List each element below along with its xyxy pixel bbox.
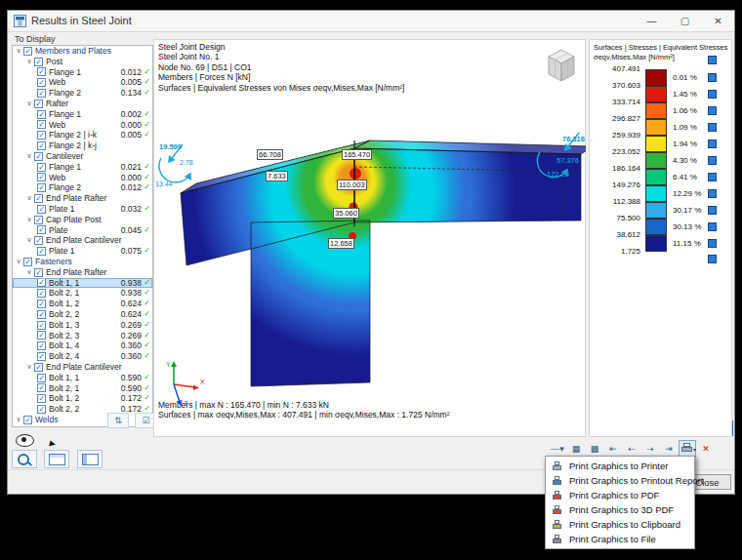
checkbox[interactable]: ✓ bbox=[34, 236, 43, 245]
menu-item[interactable]: Print Graphics to Clipboard bbox=[546, 517, 694, 532]
checkbox[interactable]: ✓ bbox=[37, 183, 46, 192]
tree-leaf-row[interactable]: ✓Plate0.045✓ bbox=[13, 225, 152, 236]
tree-leaf-row[interactable]: ✓Bolt 1, 10.938✓ bbox=[13, 278, 152, 289]
legend-filter-square[interactable] bbox=[708, 106, 717, 115]
legend-filter-square[interactable] bbox=[708, 56, 717, 64]
checkbox[interactable]: ✓ bbox=[37, 141, 46, 150]
checkbox[interactable]: ✓ bbox=[34, 363, 43, 372]
tree-leaf-row[interactable]: ✓Flange 10.012✓ bbox=[13, 67, 152, 78]
tree-group-row[interactable]: ∨✓Cantilever bbox=[13, 151, 152, 162]
legend-filter-square[interactable] bbox=[708, 206, 717, 215]
tree-leaf-row[interactable]: ✓Bolt 2, 40.360✓ bbox=[13, 351, 152, 362]
tree-group-row[interactable]: ∨✓End Plate Rafter bbox=[13, 193, 152, 204]
checkbox[interactable]: ✓ bbox=[37, 67, 46, 76]
checkbox[interactable]: ✓ bbox=[37, 225, 46, 234]
tree-leaf-row[interactable]: ✓Bolt 1, 40.360✓ bbox=[13, 340, 152, 351]
tree-leaf-row[interactable]: ✓Flange 10.002✓ bbox=[13, 109, 152, 120]
checkbox[interactable]: ✓ bbox=[37, 352, 46, 361]
checkbox[interactable]: ✓ bbox=[34, 268, 43, 277]
chevron-down-icon[interactable]: ∨ bbox=[25, 57, 33, 67]
chevron-down-icon[interactable]: ∨ bbox=[25, 215, 33, 225]
checkbox[interactable]: ✓ bbox=[37, 341, 46, 350]
checkbox[interactable]: ✓ bbox=[37, 278, 46, 287]
checkbox[interactable]: ✓ bbox=[37, 89, 46, 98]
checkbox[interactable]: ✓ bbox=[37, 300, 46, 308]
tree-leaf-row[interactable]: ✓Flange 2 | k-j bbox=[13, 140, 152, 151]
tree-leaf-row[interactable]: ✓Web0.000✓ bbox=[13, 173, 152, 183]
tree-group-row[interactable]: ∨✓Rafter bbox=[13, 99, 152, 109]
tree-leaf-row[interactable]: ✓Flange 20.134✓ bbox=[13, 88, 152, 99]
checkbox[interactable]: ✓ bbox=[37, 374, 46, 382]
checkbox[interactable]: ✓ bbox=[34, 152, 43, 161]
checkbox[interactable]: ✓ bbox=[37, 131, 46, 140]
tree-group-row[interactable]: ∨✓Members and Plates bbox=[13, 46, 152, 57]
chevron-down-icon[interactable]: ∨ bbox=[25, 235, 33, 246]
legend-filter-square[interactable] bbox=[708, 222, 717, 231]
checkbox[interactable]: ✓ bbox=[37, 331, 46, 340]
select-pointer-icon[interactable]: ► bbox=[47, 437, 59, 450]
checkbox[interactable]: ✓ bbox=[37, 310, 46, 319]
checkbox[interactable]: ✓ bbox=[37, 247, 46, 256]
checkbox[interactable]: ✓ bbox=[34, 100, 43, 108]
tree-leaf-row[interactable]: ✓Bolt 2, 20.624✓ bbox=[13, 309, 152, 320]
tree-group-row[interactable]: ∨✓Post bbox=[13, 57, 152, 67]
tree-leaf-row[interactable]: ✓Bolt 2, 30.269✓ bbox=[13, 331, 152, 341]
tree-group-row[interactable]: ∨✓Fasteners bbox=[13, 257, 152, 267]
zoom-in-button[interactable] bbox=[12, 450, 37, 468]
checkbox[interactable]: ✓ bbox=[37, 163, 46, 172]
visibility-eye-icon[interactable] bbox=[16, 434, 34, 447]
chevron-down-icon[interactable]: ∨ bbox=[25, 267, 33, 278]
menu-item[interactable]: Print Graphics to 3D PDF bbox=[546, 502, 694, 517]
checkbox[interactable]: ✓ bbox=[23, 47, 32, 56]
minimize-button[interactable]: — bbox=[636, 11, 668, 31]
checkbox[interactable]: ✓ bbox=[34, 194, 43, 203]
checkbox[interactable]: ✓ bbox=[37, 173, 46, 181]
display-tree[interactable]: ∨✓Members and Plates∨✓Post✓Flange 10.012… bbox=[12, 45, 153, 427]
menu-item[interactable]: Print Graphics to PDF bbox=[546, 488, 694, 502]
checkbox[interactable]: ✓ bbox=[23, 258, 32, 266]
checkbox[interactable]: ✓ bbox=[34, 216, 43, 224]
tree-leaf-row[interactable]: ✓Bolt 2, 10.590✓ bbox=[13, 383, 152, 394]
legend-filter-square[interactable] bbox=[708, 140, 717, 148]
chevron-down-icon[interactable]: ∨ bbox=[25, 151, 33, 162]
checkbox[interactable]: ✓ bbox=[37, 205, 46, 214]
tree-group-row[interactable]: ∨✓End Plate Rafter bbox=[13, 267, 152, 278]
tree-leaf-row[interactable]: ✓Bolt 1, 20.172✓ bbox=[13, 393, 152, 404]
tree-group-row[interactable]: ∨✓End Plate Cantilever bbox=[13, 235, 152, 246]
checkbox[interactable]: ✓ bbox=[34, 58, 43, 66]
chevron-down-icon[interactable]: ∨ bbox=[25, 193, 33, 204]
legend-filter-square[interactable] bbox=[708, 189, 717, 198]
chevron-down-icon[interactable]: ∨ bbox=[25, 99, 33, 109]
panels-button[interactable] bbox=[77, 450, 103, 468]
checkbox[interactable]: ✓ bbox=[37, 394, 46, 403]
tree-leaf-row[interactable]: ✓Flange 20.012✓ bbox=[13, 182, 152, 193]
legend-filter-square[interactable] bbox=[708, 73, 717, 82]
checkbox[interactable]: ✓ bbox=[37, 289, 46, 298]
result-tables-button[interactable] bbox=[44, 450, 69, 468]
chevron-down-icon[interactable]: ∨ bbox=[15, 46, 22, 57]
tree-leaf-row[interactable]: ✓Bolt 1, 10.590✓ bbox=[13, 373, 152, 383]
tree-leaf-row[interactable]: ✓Plate 10.032✓ bbox=[13, 204, 152, 215]
tree-group-row[interactable]: ∨✓Cap Plate Post bbox=[13, 215, 152, 225]
legend-filter-square[interactable] bbox=[708, 255, 717, 263]
tree-group-row[interactable]: ∨✓End Plate Cantilever bbox=[13, 362, 152, 373]
tree-leaf-row[interactable]: ✓Web0.000✓ bbox=[13, 120, 152, 131]
checkbox[interactable]: ✓ bbox=[23, 416, 32, 424]
tree-leaf-row[interactable]: ✓Bolt 1, 20.624✓ bbox=[13, 299, 152, 309]
expand-collapse-button[interactable]: ⇅ bbox=[107, 413, 129, 428]
cancel-results-button[interactable]: ✕ bbox=[697, 440, 715, 458]
menu-item[interactable]: Print Graphics to Printer bbox=[546, 459, 694, 473]
checkbox[interactable]: ✓ bbox=[37, 78, 46, 87]
tree-leaf-row[interactable]: ✓Web0.005✓ bbox=[13, 77, 152, 88]
checkbox[interactable]: ✓ bbox=[37, 405, 46, 414]
legend-filter-square[interactable] bbox=[708, 156, 717, 165]
chevron-down-icon[interactable]: ∨ bbox=[15, 415, 22, 425]
chevron-down-icon[interactable]: ∨ bbox=[15, 257, 22, 267]
tree-leaf-row[interactable]: ✓Flange 10.021✓ bbox=[13, 162, 152, 173]
navigation-cube[interactable] bbox=[539, 45, 584, 90]
legend-filter-square[interactable] bbox=[708, 239, 717, 248]
tree-leaf-row[interactable]: ✓Plate 10.075✓ bbox=[13, 246, 152, 257]
legend-filter-square[interactable] bbox=[708, 173, 717, 181]
menu-item[interactable]: Print Graphics to File bbox=[546, 532, 694, 546]
checkbox[interactable]: ✓ bbox=[37, 321, 46, 330]
